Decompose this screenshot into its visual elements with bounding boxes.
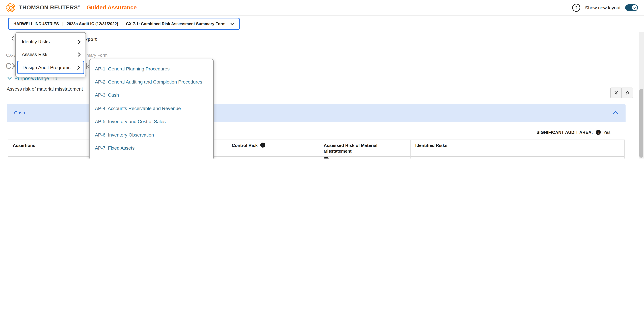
tab-separator: [106, 32, 106, 48]
menu-item-identify-risks[interactable]: Identify Risks: [16, 35, 86, 48]
menu-item-design-audit-programs[interactable]: Design Audit Programs: [17, 61, 84, 74]
breadcrumb-dropdown-menu: Identify Risks Assess Risk Design Audit …: [16, 32, 86, 77]
submenu-item-ap-1[interactable]: AP-1: General Planning Procedures: [90, 62, 213, 75]
toggle-knob-check-icon: [632, 5, 637, 10]
cash-section-title: Cash: [14, 110, 25, 116]
control-risk-dropdown[interactable]: High ▼: [227, 157, 319, 158]
significant-audit-area-label: SIGNIFICANT AUDIT AREA:: [536, 130, 593, 135]
menu-item-label: Identify Risks: [22, 39, 50, 44]
breadcrumb[interactable]: HARWELL INDUSTRIES | 2023a Audit IC (12/…: [8, 18, 240, 30]
significant-audit-area-value: Yes: [604, 130, 610, 135]
chevron-down-icon: [230, 22, 234, 25]
menu-item-assess-risk[interactable]: Assess Risk: [16, 48, 86, 61]
vertical-scrollbar[interactable]: ▼: [639, 32, 644, 158]
expand-all-button[interactable]: [622, 88, 633, 98]
submenu-item-ap-5[interactable]: AP-5: Inventory and Cost of Sales: [90, 115, 213, 128]
double-chevron-up-icon: [625, 90, 630, 95]
identified-risks-cell: •FSImproper cash disbursement •FSIssues …: [410, 157, 624, 158]
chevron-right-icon: [77, 65, 80, 70]
submenu-item-ap-4[interactable]: AP-4: Accounts Receivable and Revenue: [90, 102, 213, 115]
double-chevron-down-icon: [614, 90, 618, 95]
purpose-usage-tip-body: Assess risk of material misstatement: [7, 86, 83, 92]
submenu-item-ap-2[interactable]: AP-2: General Auditing and Completion Pr…: [90, 75, 213, 88]
menu-item-label: Assess Risk: [22, 52, 47, 57]
info-icon[interactable]: i: [596, 130, 601, 135]
collapse-all-button[interactable]: [610, 88, 622, 98]
breadcrumb-separator: |: [122, 22, 122, 26]
top-bar-right: ? Show new layout: [572, 4, 638, 12]
show-new-layout-label: Show new layout: [585, 5, 620, 10]
product-name: Guided Assurance: [86, 4, 137, 11]
top-bar: THOMSON REUTERS® Guided Assurance ? Show…: [0, 0, 644, 16]
chevron-right-icon: [78, 52, 81, 56]
help-icon[interactable]: ?: [572, 4, 580, 12]
col-header-identified-risks: Identified Risks: [410, 140, 624, 158]
submenu-item-ap-6[interactable]: AP-6: Inventory Observation: [90, 128, 213, 142]
collapse-expand-controls: [610, 88, 633, 98]
chevron-right-icon: [78, 40, 81, 44]
breadcrumb-separator: |: [62, 22, 63, 26]
brand-group: THOMSON REUTERS® Guided Assurance: [6, 3, 137, 12]
info-icon[interactable]: i: [260, 142, 266, 148]
chevron-up-icon: [613, 111, 618, 114]
thomson-reuters-logo: [6, 3, 16, 12]
submenu-item-ap-7[interactable]: AP-7: Fixed Assets: [90, 142, 213, 155]
breadcrumb-form: CX-7.1: Combined Risk Assessment Summary…: [126, 22, 226, 26]
chevron-down-icon: [8, 77, 12, 80]
breadcrumb-client: HARWELL INDUSTRIES: [14, 22, 59, 26]
scrollbar-thumb[interactable]: [639, 89, 643, 158]
audit-programs-submenu: AP-1: General Planning Procedures AP-2: …: [89, 59, 214, 158]
breadcrumb-row: HARWELL INDUSTRIES | 2023a Audit IC (12/…: [0, 16, 644, 32]
brand-name: THOMSON REUTERS®: [19, 4, 80, 11]
submenu-item-ap-8[interactable]: AP-8: Investments and Derivatives: [90, 154, 213, 158]
col-header-assessed-risk: Assessed Risk of Material Misstatementi: [319, 140, 410, 158]
cash-collapse-button[interactable]: [613, 111, 618, 114]
registered-mark: ®: [78, 5, 80, 8]
main-content: Export CX-7.1: Combined Risk Assessment …: [0, 32, 644, 158]
breadcrumb-engagement: 2023a Audit IC (12/31/2022): [66, 22, 118, 26]
show-new-layout-toggle[interactable]: [625, 4, 638, 11]
col-header-control-risk: Control Riski: [227, 140, 319, 158]
menu-item-label: Design Audit Programs: [22, 65, 70, 70]
submenu-item-ap-3[interactable]: AP-3: Cash: [90, 88, 213, 102]
app-window: THOMSON REUTERS® Guided Assurance ? Show…: [0, 0, 644, 158]
assessed-risk-dropdown[interactable]: High ▼: [319, 157, 410, 158]
